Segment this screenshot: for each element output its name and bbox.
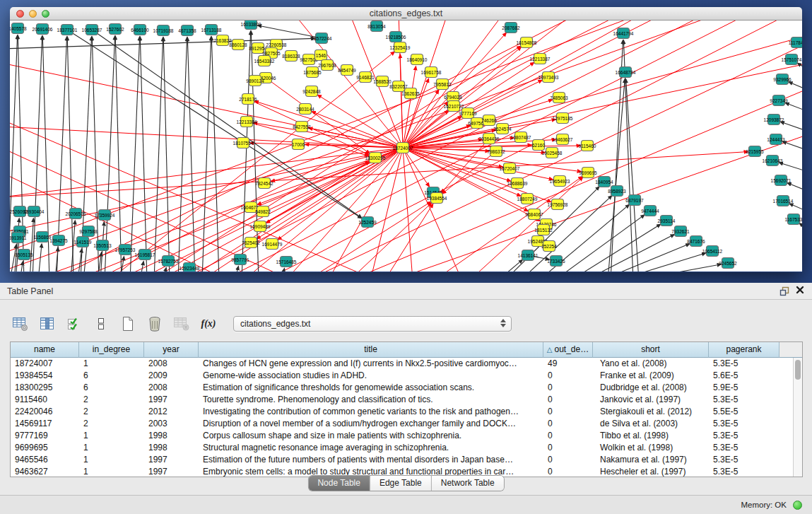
select-columns-icon[interactable] [65, 315, 83, 333]
graph-node[interactable]: 9699695 [579, 168, 597, 178]
graph-node[interactable]: 9245652 [719, 258, 737, 269]
graph-node[interactable]: 9297588 [79, 226, 98, 237]
graph-node[interactable]: 746266 [481, 115, 497, 126]
graph-node[interactable]: 8813054 [367, 21, 386, 32]
graph-node[interactable]: 19756928 [548, 199, 568, 210]
graph-node[interactable]: 15692071 [771, 175, 792, 186]
graph-node[interactable]: 12975185 [553, 113, 573, 124]
graph-node[interactable]: 10653287 [82, 25, 102, 35]
graph-node[interactable]: 1350513 [93, 240, 112, 251]
graph-node[interactable]: 2087682 [502, 23, 520, 33]
table-row[interactable]: 946554611997Estimation of the future num… [11, 454, 793, 466]
table-row[interactable]: 2242004622012Investigating the contribut… [11, 406, 793, 418]
graph-node[interactable]: 1252459 [358, 217, 377, 228]
function-builder-icon[interactable]: f(x) [199, 315, 218, 333]
column-header-title[interactable]: title [199, 342, 543, 358]
graph-node[interactable]: 15716485 [276, 257, 297, 267]
column-header-short[interactable]: short [593, 342, 709, 358]
graph-node[interactable]: 19463627 [553, 134, 573, 145]
create-column-icon[interactable] [119, 315, 137, 333]
tab-edge-table[interactable]: Edge Table [370, 476, 431, 491]
graph-node[interactable]: 7824542 [255, 178, 273, 189]
graph-node[interactable]: 9857791 [231, 255, 249, 265]
table-mode-icon[interactable] [11, 315, 30, 333]
graph-node[interactable]: 18930404 [24, 206, 45, 217]
graph-node[interactable]: 17016514 [773, 196, 794, 206]
graph-node[interactable]: 1588520 [373, 76, 392, 87]
graph-node[interactable]: 6879197 [625, 195, 644, 206]
graph-node[interactable]: 252254 [541, 241, 557, 252]
graph-node[interactable]: 18640910 [407, 54, 428, 65]
graph-node[interactable]: 1156869 [34, 232, 52, 243]
network-view[interactable]: 1872400714055782069140618377101106532871… [10, 21, 802, 271]
graph-node[interactable]: 1141519 [74, 237, 92, 247]
graph-node[interactable]: 12213387 [530, 54, 551, 64]
delete-column-icon[interactable] [146, 315, 164, 333]
graph-node[interactable]: 1840954 [595, 177, 613, 187]
graph-node[interactable]: 4671358 [178, 25, 196, 36]
zoom-window-button[interactable] [42, 10, 49, 18]
graph-node[interactable]: 16961758 [421, 67, 442, 78]
graph-node[interactable]: 1362635 [401, 88, 420, 99]
graph-node[interactable]: 20364436 [479, 134, 500, 144]
graph-node[interactable]: 12093872 [764, 115, 784, 125]
show-columns-icon[interactable] [38, 315, 57, 333]
graph-node[interactable]: 1117841 [789, 37, 802, 48]
row-options-icon[interactable] [92, 315, 110, 333]
column-header-year[interactable]: year [144, 342, 199, 358]
close-icon[interactable] [795, 286, 805, 296]
graph-node[interactable]: 10025458 [542, 148, 563, 158]
graph-node[interactable]: 10654112 [702, 246, 723, 257]
graph-node[interactable]: 9146821 [356, 72, 375, 83]
graph-node[interactable]: 549822 [255, 206, 271, 217]
scrollbar-thumb[interactable] [795, 360, 801, 380]
graph-node[interactable]: 7485063 [550, 93, 568, 103]
graph-node[interactable]: 2803144 [296, 104, 314, 115]
graph-node[interactable]: 3624574 [493, 124, 512, 134]
float-window-icon[interactable] [779, 286, 789, 296]
table-row[interactable]: 969969511998Structural magnetic resonanc… [11, 442, 793, 454]
graph-node[interactable]: 16441794 [613, 28, 634, 39]
table-row[interactable]: 1830029562008Estimation of significance … [11, 382, 793, 394]
graph-node[interactable]: 18807249 [517, 194, 538, 204]
table-row[interactable]: 1872400712008Changes of HCN gene express… [11, 358, 793, 370]
graph-node[interactable]: 16154808 [517, 37, 537, 48]
column-header-in-degree[interactable]: in_degree [79, 342, 144, 358]
graph-node[interactable]: 16713188 [201, 25, 222, 35]
graph-node[interactable]: 2718176 [239, 94, 257, 105]
table-row[interactable]: 1456911722003Disruption of a novel membe… [11, 418, 793, 430]
graph-node[interactable]: 9115460 [579, 141, 596, 151]
table-row[interactable]: 1938455462009Genome-wide association stu… [11, 370, 793, 382]
close-window-button[interactable] [16, 10, 24, 18]
graph-node[interactable]: 62160 [532, 140, 545, 151]
minimize-window-button[interactable] [29, 10, 37, 18]
graph-node[interactable]: 17957253 [115, 245, 136, 255]
network-canvas[interactable]: 1872400714055782069140618377101106532871… [10, 21, 802, 271]
graph-node[interactable]: 7932621 [671, 226, 690, 237]
graph-node[interactable]: 15751074 [782, 54, 802, 65]
graph-node[interactable]: 8454749 [338, 65, 356, 76]
graph-node[interactable]: 19654923 [550, 176, 570, 187]
graph-node[interactable]: 10719188 [153, 25, 174, 36]
tab-node-table[interactable]: Node Table [308, 476, 370, 491]
graph-node[interactable]: 1405578 [10, 23, 27, 34]
graph-node[interactable]: 14136141 [518, 250, 539, 261]
graph-node[interactable]: 8215955 [746, 146, 764, 157]
window-titlebar[interactable]: citations_edges.txt [10, 7, 802, 21]
graph-node[interactable]: 20206576 [66, 209, 86, 219]
graph-node[interactable]: 1546 [315, 50, 327, 61]
column-header-name[interactable]: name [11, 342, 79, 358]
graph-node[interactable]: 8958923 [608, 186, 626, 197]
table-selector-dropdown[interactable]: citations_edges.txt [233, 316, 512, 332]
graph-node[interactable]: 7986372 [487, 146, 505, 157]
table-row[interactable]: 946362711997Embryonic stem cells: a mode… [11, 466, 793, 477]
graph-node[interactable]: 9329966 [773, 74, 792, 85]
graph-node[interactable]: 9227349 [770, 95, 788, 106]
graph-node[interactable]: 16033809 [241, 21, 261, 30]
graph-node[interactable]: 16210643 [763, 156, 783, 166]
graph-node[interactable]: 12325419 [390, 42, 411, 53]
graph-node[interactable]: 18377101 [57, 25, 78, 35]
graph-node[interactable]: 19218506 [386, 32, 406, 42]
graph-node[interactable]: 16648784 [616, 67, 636, 78]
graph-node[interactable]: 12923448 [180, 263, 200, 272]
